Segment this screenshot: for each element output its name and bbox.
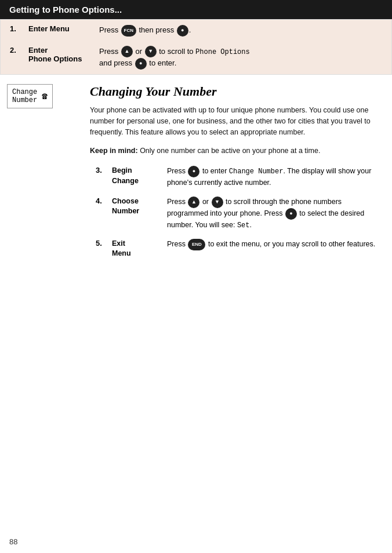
set-code: Set (237, 221, 250, 230)
page-number: 88 (9, 537, 17, 546)
step-3-row: 3. BeginChange Press ● to enter Change N… (96, 166, 380, 188)
phone-icon: ☎ (42, 90, 48, 102)
main-text-area: Changing Your Number Your phone can be a… (90, 84, 392, 267)
step-1-label: Enter Menu (28, 24, 92, 33)
step-3-desc: Press ● to enter Change Number. The disp… (167, 166, 380, 188)
down-button-4: ▼ (212, 197, 223, 208)
page-container: Getting to Phone Options... 1. Enter Men… (0, 0, 392, 553)
change-number-box: Change Number ☎ (7, 84, 53, 108)
step-1-desc: Press FCN then press ●. (99, 24, 382, 37)
instruction-box: 1. Enter Menu Press FCN then press ●. 2.… (0, 19, 392, 75)
change-number-code: Change Number (229, 168, 284, 176)
section-body: Your phone can be activated with up to f… (90, 105, 380, 139)
step-2-label: Enter Phone Options (28, 46, 92, 63)
up-button-2: ▲ (121, 46, 133, 57)
step-1-row: 1. Enter Menu Press FCN then press ●. (1, 20, 391, 41)
header-title: Getting to Phone Options... (9, 5, 122, 14)
step-3-num: 3. (96, 166, 106, 174)
section-title: Changing Your Number (90, 84, 380, 99)
step-4-num: 4. (96, 197, 106, 205)
down-button-2: ▼ (145, 46, 157, 57)
step-5-num: 5. (96, 239, 106, 248)
step-5-row: 5. ExitMenu Press END to exit the menu, … (96, 239, 380, 259)
step-2-desc: Press ▲ or ▼ to scroll to Phone Options … (99, 46, 382, 70)
step-4-row: 4. ChooseNumber Press ▲ or ▼ to scroll t… (96, 197, 380, 231)
enter-button-2: ● (135, 58, 147, 70)
enter-button-3: ● (188, 166, 199, 177)
up-button-4: ▲ (188, 197, 199, 208)
change-number-text: Change Number (12, 88, 37, 104)
keep-in-mind-label: Keep in mind: (90, 147, 138, 155)
step-2-row: 2. Enter Phone Options Press ▲ or ▼ to s… (1, 41, 391, 74)
step-5-label: ExitMenu (112, 239, 161, 259)
step-4-desc: Press ▲ or ▼ to scroll through the phone… (167, 197, 380, 231)
phone-options-code: Phone Options (195, 48, 250, 56)
down-button-1: ● (177, 25, 188, 37)
keep-in-mind-text: Only one number can be active on your ph… (140, 147, 320, 155)
enter-button-4: ● (285, 208, 297, 220)
step-5-desc: Press END to exit the menu, or you may s… (167, 239, 380, 250)
step-1-num: 1. (10, 24, 21, 33)
keep-in-mind-para: Keep in mind: Only one number can be act… (90, 145, 380, 157)
steps-section: 3. BeginChange Press ● to enter Change N… (90, 166, 380, 259)
header-bar: Getting to Phone Options... (0, 0, 392, 19)
step-2-num: 2. (10, 46, 21, 54)
end-button-5: END (188, 239, 205, 250)
fcn-button-1: FCN (121, 25, 136, 37)
step-4-label: ChooseNumber (112, 197, 161, 217)
step-3-label: BeginChange (112, 166, 161, 186)
main-content: Change Number ☎ Changing Your Number You… (0, 75, 392, 267)
sidebar: Change Number ☎ (0, 84, 90, 267)
